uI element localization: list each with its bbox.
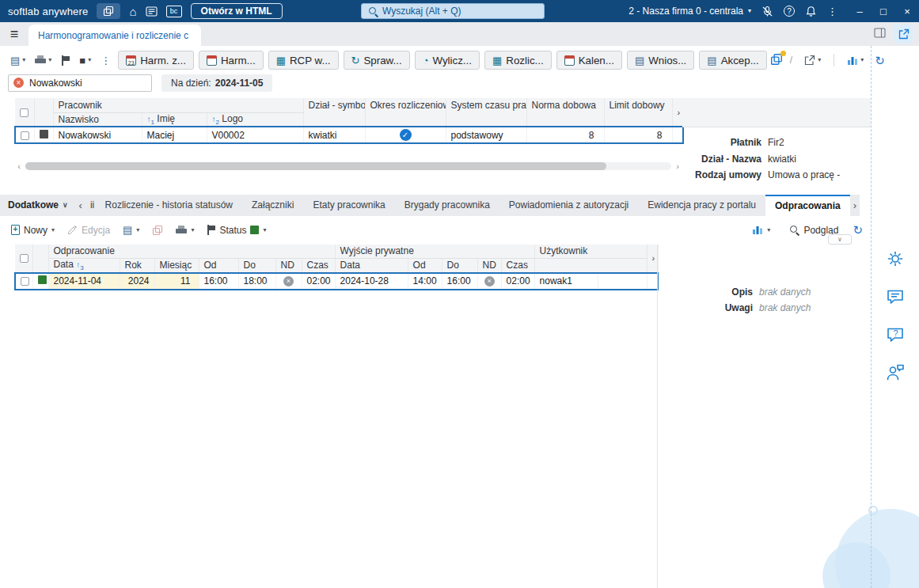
window-switcher-button[interactable]	[97, 3, 120, 19]
employee-search[interactable]: ×	[8, 74, 152, 92]
column-header-wp-do[interactable]: Do	[442, 259, 477, 273]
status-column-header[interactable]	[34, 98, 53, 127]
copy-record-button[interactable]	[147, 221, 168, 240]
select-all-checkbox[interactable]	[20, 254, 28, 263]
toolbar-more-button[interactable]: ⋮	[97, 51, 115, 70]
chart-button[interactable]: ▾	[843, 51, 868, 70]
detail-tabs-menu[interactable]: Dodatkowe ∨	[0, 195, 76, 216]
global-search[interactable]	[361, 3, 545, 19]
column-header-system[interactable]: System czasu pracy	[446, 98, 526, 127]
home-icon[interactable]: ⌂	[129, 3, 136, 19]
tab-brygady[interactable]: Brygady pracownika	[395, 195, 499, 216]
row-checkbox[interactable]	[21, 277, 29, 286]
column-header-nazwisko[interactable]: Nazwisko	[53, 112, 142, 127]
company-selector[interactable]: 2 - Nasza firma 0 - centrala ▾	[628, 6, 751, 17]
panel-layout-button[interactable]	[874, 28, 886, 40]
tabs-scroll-left[interactable]: ‹	[76, 199, 85, 211]
column-header-czas[interactable]: Czas	[302, 259, 335, 273]
rcp-button[interactable]: ▦ RCP w...	[268, 51, 339, 70]
tab-odpracowania[interactable]: Odpracowania	[765, 195, 850, 216]
scrollbar-thumb[interactable]	[25, 162, 606, 170]
open-in-html-button[interactable]: Otwórz w HTML	[191, 3, 283, 19]
employee-row[interactable]: Nowakowski Maciej V00002 kwiatki ✓ podst…	[15, 127, 683, 143]
select-all-checkbox[interactable]	[20, 108, 28, 117]
group-header-uzytkownik[interactable]: Użytkownik	[534, 245, 647, 259]
column-header-logo[interactable]: ↑2 Logo	[207, 112, 303, 127]
tab-zalaczniki[interactable]: Załączniki	[242, 195, 303, 216]
column-header-wp-data[interactable]: Data	[335, 259, 408, 273]
global-search-input[interactable]	[382, 6, 537, 17]
minimize-button[interactable]: –	[848, 0, 872, 22]
grid-expander[interactable]: ›	[647, 245, 658, 273]
help-chat-button[interactable]: ?	[882, 321, 909, 348]
column-header-okres[interactable]: Okres rozliczeniowy	[365, 98, 446, 127]
wnioski-button[interactable]: ▤ Wnios...	[627, 51, 694, 70]
tab-ewidencja[interactable]: Ewidencja pracy z portalu	[638, 195, 765, 216]
group-header-odpracowanie[interactable]: Odpracowanie	[48, 245, 335, 259]
column-header-do[interactable]: Do	[238, 259, 275, 273]
edit-record-button[interactable]: Edycja	[63, 221, 115, 240]
column-header-rok[interactable]: Rok	[120, 259, 154, 273]
scrollbar-track[interactable]	[25, 162, 671, 170]
scroll-left-icon[interactable]: ‹	[14, 161, 24, 171]
open-external-button[interactable]	[894, 25, 913, 44]
export-button[interactable]: ▾	[799, 51, 825, 70]
column-header-imie[interactable]: ↑1 Imię	[142, 112, 207, 127]
open-in-window-button[interactable]	[770, 53, 783, 68]
print-button[interactable]: ▾	[31, 51, 55, 70]
work-row[interactable]: 2024-11-04 2024 11 16:00 18:00 × 02:00 2…	[15, 273, 658, 290]
collapse-panel-button[interactable]: ∨	[828, 234, 852, 245]
akceptacja-button[interactable]: ▤ Akcep...	[699, 51, 766, 70]
tabs-scroll-right[interactable]: ›	[850, 199, 860, 211]
detail-refresh-button[interactable]: ↻	[853, 224, 863, 236]
harm-z-button[interactable]: 23 Harm. z...	[118, 51, 194, 70]
more-options-button[interactable]: ⋮	[827, 6, 837, 17]
harm-button[interactable]: Harm...	[199, 51, 264, 70]
grid-expander[interactable]: ›	[672, 98, 683, 127]
column-header-norma[interactable]: Norma dobowa	[526, 98, 604, 127]
feedback-chat-button[interactable]	[882, 283, 909, 310]
row-checkbox[interactable]	[21, 131, 29, 140]
new-from-template-button[interactable]: ▤ ▾	[118, 221, 144, 240]
clear-search-icon[interactable]: ×	[13, 78, 24, 88]
maximize-button[interactable]: □	[872, 0, 895, 22]
column-header-wp-czas[interactable]: Czas	[501, 259, 534, 273]
help-button[interactable]: ?	[784, 6, 795, 17]
consultant-contact-button[interactable]	[882, 359, 909, 386]
flag-button[interactable]	[57, 51, 74, 70]
print-records-button[interactable]: ▾	[171, 221, 199, 240]
horizontal-scrollbar[interactable]: ‹ ›	[14, 161, 682, 171]
bc-module-button[interactable]: bc	[166, 6, 182, 17]
smart-assistant-button[interactable]	[882, 245, 909, 272]
microphone-muted-button[interactable]	[761, 3, 773, 19]
close-button[interactable]: ×	[895, 0, 919, 22]
tab-powiadomienia[interactable]: Powiadomienia z autoryzacji	[499, 195, 638, 216]
hamburger-menu-button[interactable]: ≡	[0, 22, 28, 46]
column-header-wp-od[interactable]: Od	[408, 259, 442, 273]
column-header-wp-nd[interactable]: ND	[477, 259, 501, 273]
tab-etaty[interactable]: Etaty pracownika	[303, 195, 394, 216]
column-header-nd[interactable]: ND	[275, 259, 302, 273]
sprawdz-button[interactable]: ↻ Spraw...	[344, 51, 410, 70]
menu-list-button[interactable]	[146, 3, 158, 19]
as-of-date-chip[interactable]: Na dzień: 2024-11-05	[161, 74, 272, 92]
scroll-right-icon[interactable]: ›	[673, 161, 682, 171]
group-header-wyjscie[interactable]: Wyjście prywatne	[335, 245, 534, 259]
status-column-header[interactable]	[32, 245, 48, 273]
notifications-button[interactable]	[805, 3, 817, 19]
wylicz-button[interactable]: ◔ Wylicz...	[415, 51, 480, 70]
tab-rozliczenie-historia[interactable]: Rozliczenie - historia statusów	[96, 195, 242, 216]
new-document-button[interactable]: ▤ ▾	[6, 51, 29, 70]
kalendarz-button[interactable]: Kalen...	[556, 51, 622, 70]
column-header-od[interactable]: Od	[199, 259, 238, 273]
new-record-button[interactable]: Nowy ▾	[6, 221, 59, 240]
tab-overflow[interactable]: ii	[85, 195, 96, 216]
employee-search-input[interactable]	[8, 74, 152, 92]
column-header-limit[interactable]: Limit dobowy	[604, 98, 672, 127]
status-flag-button[interactable]: Status ▾	[202, 221, 271, 240]
column-header-dzial[interactable]: Dział - symbol	[303, 98, 365, 127]
detail-chart-button[interactable]: ▾	[747, 221, 775, 240]
tab-harmonogramowanie[interactable]: Harmonogramowanie i rozliczenie cza	[28, 25, 201, 46]
column-header-miesiac[interactable]: Miesiąc	[154, 259, 199, 273]
rozlicz-button[interactable]: ▦ Rozlic...	[484, 51, 552, 70]
